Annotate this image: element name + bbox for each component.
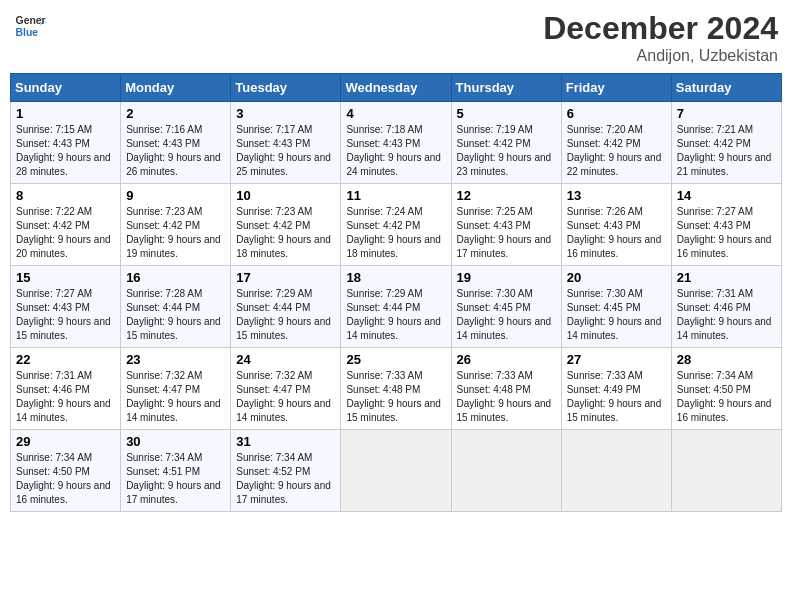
calendar-cell: 18 Sunrise: 7:29 AM Sunset: 4:44 PM Dayl… [341,266,451,348]
day-number: 1 [16,106,115,121]
day-info: Sunrise: 7:16 AM Sunset: 4:43 PM Dayligh… [126,123,225,179]
page-header: General Blue December 2024 Andijon, Uzbe… [10,10,782,65]
svg-text:Blue: Blue [16,27,39,38]
day-info: Sunrise: 7:22 AM Sunset: 4:42 PM Dayligh… [16,205,115,261]
calendar-cell: 5 Sunrise: 7:19 AM Sunset: 4:42 PM Dayli… [451,102,561,184]
calendar-cell: 10 Sunrise: 7:23 AM Sunset: 4:42 PM Dayl… [231,184,341,266]
day-number: 30 [126,434,225,449]
day-info: Sunrise: 7:30 AM Sunset: 4:45 PM Dayligh… [457,287,556,343]
calendar-cell: 30 Sunrise: 7:34 AM Sunset: 4:51 PM Dayl… [121,430,231,512]
col-thursday: Thursday [451,74,561,102]
calendar-cell: 23 Sunrise: 7:32 AM Sunset: 4:47 PM Dayl… [121,348,231,430]
calendar-cell [561,430,671,512]
day-number: 20 [567,270,666,285]
col-tuesday: Tuesday [231,74,341,102]
day-number: 21 [677,270,776,285]
day-info: Sunrise: 7:33 AM Sunset: 4:49 PM Dayligh… [567,369,666,425]
calendar-cell: 28 Sunrise: 7:34 AM Sunset: 4:50 PM Dayl… [671,348,781,430]
calendar-cell: 3 Sunrise: 7:17 AM Sunset: 4:43 PM Dayli… [231,102,341,184]
calendar-cell: 29 Sunrise: 7:34 AM Sunset: 4:50 PM Dayl… [11,430,121,512]
calendar-cell: 26 Sunrise: 7:33 AM Sunset: 4:48 PM Dayl… [451,348,561,430]
day-info: Sunrise: 7:31 AM Sunset: 4:46 PM Dayligh… [677,287,776,343]
day-number: 26 [457,352,556,367]
calendar-cell: 31 Sunrise: 7:34 AM Sunset: 4:52 PM Dayl… [231,430,341,512]
day-number: 17 [236,270,335,285]
day-number: 14 [677,188,776,203]
day-number: 10 [236,188,335,203]
day-number: 31 [236,434,335,449]
day-number: 19 [457,270,556,285]
col-sunday: Sunday [11,74,121,102]
calendar-cell: 11 Sunrise: 7:24 AM Sunset: 4:42 PM Dayl… [341,184,451,266]
day-info: Sunrise: 7:29 AM Sunset: 4:44 PM Dayligh… [346,287,445,343]
day-info: Sunrise: 7:27 AM Sunset: 4:43 PM Dayligh… [16,287,115,343]
logo: General Blue [14,10,46,42]
day-number: 16 [126,270,225,285]
day-info: Sunrise: 7:25 AM Sunset: 4:43 PM Dayligh… [457,205,556,261]
calendar-cell: 16 Sunrise: 7:28 AM Sunset: 4:44 PM Dayl… [121,266,231,348]
day-number: 24 [236,352,335,367]
day-number: 12 [457,188,556,203]
day-info: Sunrise: 7:32 AM Sunset: 4:47 PM Dayligh… [126,369,225,425]
day-info: Sunrise: 7:34 AM Sunset: 4:52 PM Dayligh… [236,451,335,507]
day-number: 18 [346,270,445,285]
calendar-cell: 15 Sunrise: 7:27 AM Sunset: 4:43 PM Dayl… [11,266,121,348]
day-number: 11 [346,188,445,203]
day-info: Sunrise: 7:30 AM Sunset: 4:45 PM Dayligh… [567,287,666,343]
day-info: Sunrise: 7:26 AM Sunset: 4:43 PM Dayligh… [567,205,666,261]
day-info: Sunrise: 7:18 AM Sunset: 4:43 PM Dayligh… [346,123,445,179]
calendar-cell: 12 Sunrise: 7:25 AM Sunset: 4:43 PM Dayl… [451,184,561,266]
day-info: Sunrise: 7:33 AM Sunset: 4:48 PM Dayligh… [457,369,556,425]
calendar-week-4: 29 Sunrise: 7:34 AM Sunset: 4:50 PM Dayl… [11,430,782,512]
day-number: 9 [126,188,225,203]
calendar-cell [671,430,781,512]
day-info: Sunrise: 7:15 AM Sunset: 4:43 PM Dayligh… [16,123,115,179]
calendar-cell: 22 Sunrise: 7:31 AM Sunset: 4:46 PM Dayl… [11,348,121,430]
calendar-cell: 27 Sunrise: 7:33 AM Sunset: 4:49 PM Dayl… [561,348,671,430]
calendar-cell: 6 Sunrise: 7:20 AM Sunset: 4:42 PM Dayli… [561,102,671,184]
calendar-cell: 13 Sunrise: 7:26 AM Sunset: 4:43 PM Dayl… [561,184,671,266]
calendar-week-0: 1 Sunrise: 7:15 AM Sunset: 4:43 PM Dayli… [11,102,782,184]
col-monday: Monday [121,74,231,102]
day-info: Sunrise: 7:17 AM Sunset: 4:43 PM Dayligh… [236,123,335,179]
day-number: 2 [126,106,225,121]
day-number: 4 [346,106,445,121]
day-number: 25 [346,352,445,367]
day-number: 29 [16,434,115,449]
day-number: 8 [16,188,115,203]
calendar-cell: 4 Sunrise: 7:18 AM Sunset: 4:43 PM Dayli… [341,102,451,184]
calendar-cell: 17 Sunrise: 7:29 AM Sunset: 4:44 PM Dayl… [231,266,341,348]
day-info: Sunrise: 7:31 AM Sunset: 4:46 PM Dayligh… [16,369,115,425]
day-number: 23 [126,352,225,367]
calendar-cell: 7 Sunrise: 7:21 AM Sunset: 4:42 PM Dayli… [671,102,781,184]
col-wednesday: Wednesday [341,74,451,102]
calendar-week-1: 8 Sunrise: 7:22 AM Sunset: 4:42 PM Dayli… [11,184,782,266]
day-number: 6 [567,106,666,121]
location: Andijon, Uzbekistan [543,47,778,65]
day-number: 5 [457,106,556,121]
calendar-cell: 24 Sunrise: 7:32 AM Sunset: 4:47 PM Dayl… [231,348,341,430]
day-number: 27 [567,352,666,367]
day-info: Sunrise: 7:19 AM Sunset: 4:42 PM Dayligh… [457,123,556,179]
calendar-body: 1 Sunrise: 7:15 AM Sunset: 4:43 PM Dayli… [11,102,782,512]
day-number: 28 [677,352,776,367]
calendar-cell: 9 Sunrise: 7:23 AM Sunset: 4:42 PM Dayli… [121,184,231,266]
day-number: 3 [236,106,335,121]
day-number: 22 [16,352,115,367]
day-info: Sunrise: 7:23 AM Sunset: 4:42 PM Dayligh… [126,205,225,261]
day-info: Sunrise: 7:20 AM Sunset: 4:42 PM Dayligh… [567,123,666,179]
calendar-cell: 2 Sunrise: 7:16 AM Sunset: 4:43 PM Dayli… [121,102,231,184]
header-row: Sunday Monday Tuesday Wednesday Thursday… [11,74,782,102]
calendar-table: Sunday Monday Tuesday Wednesday Thursday… [10,73,782,512]
day-info: Sunrise: 7:33 AM Sunset: 4:48 PM Dayligh… [346,369,445,425]
svg-text:General: General [16,15,46,26]
day-info: Sunrise: 7:23 AM Sunset: 4:42 PM Dayligh… [236,205,335,261]
day-info: Sunrise: 7:27 AM Sunset: 4:43 PM Dayligh… [677,205,776,261]
day-info: Sunrise: 7:34 AM Sunset: 4:50 PM Dayligh… [677,369,776,425]
calendar-week-3: 22 Sunrise: 7:31 AM Sunset: 4:46 PM Dayl… [11,348,782,430]
day-number: 7 [677,106,776,121]
calendar-cell: 8 Sunrise: 7:22 AM Sunset: 4:42 PM Dayli… [11,184,121,266]
day-number: 13 [567,188,666,203]
day-info: Sunrise: 7:24 AM Sunset: 4:42 PM Dayligh… [346,205,445,261]
month-title: December 2024 [543,10,778,47]
